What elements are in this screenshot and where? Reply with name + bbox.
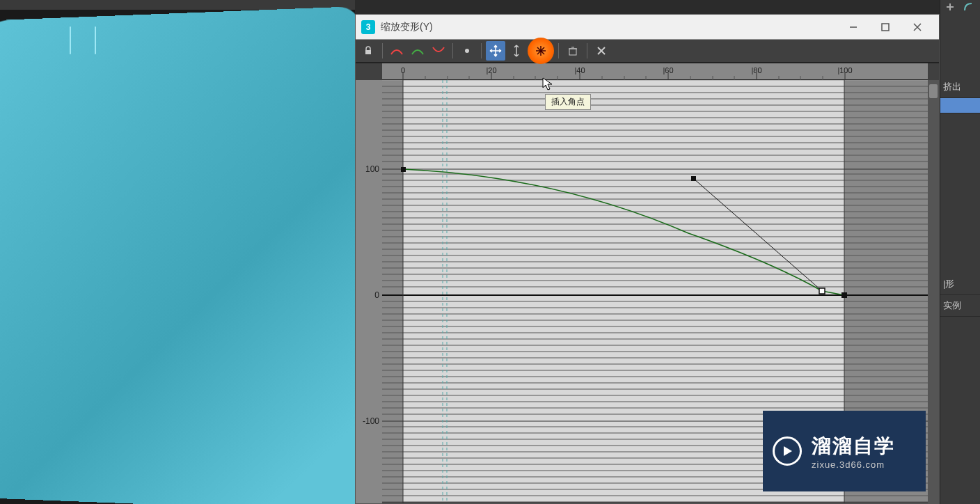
separator xyxy=(481,43,482,58)
separator xyxy=(452,43,453,58)
y-tick: -100 xyxy=(363,416,379,426)
panel-item-shape[interactable]: |形 xyxy=(940,274,980,295)
command-panel: 挤出 |形 实例 xyxy=(940,0,980,504)
separator xyxy=(558,43,559,58)
separator xyxy=(587,43,587,58)
play-icon xyxy=(773,436,802,466)
x-tick: 0 xyxy=(401,66,405,74)
svg-rect-100 xyxy=(691,176,696,181)
curve-green-icon[interactable] xyxy=(408,41,427,61)
x-tick: |40 xyxy=(574,66,585,74)
reset-icon[interactable] xyxy=(592,41,611,61)
svg-rect-99 xyxy=(401,167,406,172)
maximize-button[interactable] xyxy=(869,16,901,38)
app-icon: 3 xyxy=(361,20,375,34)
y-tick: 100 xyxy=(365,164,379,174)
svg-rect-1 xyxy=(882,24,889,31)
watermark-title: 溜溜自学 xyxy=(812,433,895,459)
model-object xyxy=(0,6,355,504)
panel-icon-arc[interactable] xyxy=(961,1,975,13)
x-tick: |100 xyxy=(837,66,852,74)
svg-rect-2 xyxy=(365,50,371,54)
window-title: 缩放变形(Y) xyxy=(381,21,837,33)
separator xyxy=(382,43,383,58)
tooltip: 插入角点 xyxy=(545,94,591,110)
scrollbar-thumb[interactable] xyxy=(929,84,938,98)
panel-icon-plus[interactable] xyxy=(943,1,957,13)
model-edge-highlight xyxy=(95,26,96,54)
move-tool-icon[interactable] xyxy=(486,41,505,61)
svg-rect-101 xyxy=(819,288,825,294)
x-tick: |20 xyxy=(486,66,496,74)
watermark-url: zixue.3d66.com xyxy=(812,459,895,470)
close-button[interactable] xyxy=(901,16,933,38)
y-axis: 100 0 -100 xyxy=(356,80,382,503)
lock-icon[interactable] xyxy=(358,41,378,61)
y-tick: 0 xyxy=(374,290,379,300)
svg-rect-4 xyxy=(569,49,576,55)
x-tick: |60 xyxy=(663,66,673,74)
point-icon[interactable] xyxy=(457,41,477,61)
x-ruler[interactable]: 0 |20 |40 |60 |80 |100 xyxy=(382,63,928,80)
vertical-scrollbar[interactable] xyxy=(928,80,939,503)
x-tick: |80 xyxy=(751,66,761,74)
scale-y-icon[interactable] xyxy=(507,41,526,61)
watermark: 溜溜自学 zixue.3d66.com xyxy=(763,411,926,491)
title-bar[interactable]: 3 缩放变形(Y) xyxy=(356,15,939,40)
panel-item-instance[interactable]: 实例 xyxy=(940,295,980,317)
svg-rect-102 xyxy=(841,292,847,298)
insert-corner-point-button[interactable] xyxy=(528,38,554,64)
panel-item-extrude[interactable]: 挤出 xyxy=(940,77,980,98)
curve-red-icon[interactable] xyxy=(387,41,406,61)
model-edge-highlight xyxy=(70,26,71,54)
minimize-button[interactable] xyxy=(837,16,869,38)
curve-red2-icon[interactable] xyxy=(429,41,448,61)
svg-point-3 xyxy=(465,49,469,53)
panel-item-selected[interactable] xyxy=(940,98,980,113)
viewport-3d[interactable] xyxy=(0,0,355,504)
delete-point-icon[interactable] xyxy=(563,41,583,61)
deform-toolbar xyxy=(356,40,939,63)
